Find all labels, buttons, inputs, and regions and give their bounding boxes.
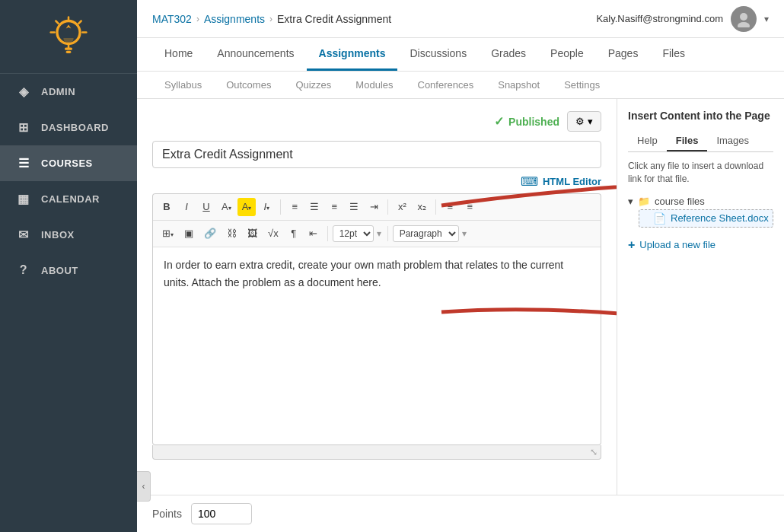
- sidebar-item-admin[interactable]: ◈ ADMIN: [0, 74, 137, 110]
- html-editor-link[interactable]: ⌨ HTML Editor: [152, 174, 601, 189]
- published-label: Published: [508, 116, 559, 128]
- toolbar-row-2: ⊞▾ ▣ 🔗 ⛓ 🖼 √x ¶ ⇤ 12pt 10pt 14pt 16pt: [153, 221, 601, 247]
- tab-assignments[interactable]: Assignments: [307, 38, 398, 71]
- right-panel: Insert Content into the Page Help Files …: [617, 99, 784, 495]
- folder-label: course files: [655, 196, 705, 207]
- folder-arrow-icon: ▾: [628, 196, 633, 207]
- points-row: Points: [137, 495, 784, 532]
- right-panel-tabs: Help Files Images: [628, 131, 773, 152]
- settings-arrow-icon: ▾: [588, 116, 593, 127]
- font-style-button[interactable]: I▾: [257, 197, 276, 217]
- svg-line-3: [56, 21, 58, 24]
- assignment-title-input[interactable]: [152, 141, 601, 168]
- subtab-modules[interactable]: Modules: [343, 72, 405, 98]
- breadcrumb-section[interactable]: Assignments: [204, 13, 265, 25]
- check-icon: ✓: [494, 114, 504, 129]
- logo-container: [0, 0, 137, 74]
- toolbar-sep-5: [387, 226, 388, 241]
- admin-icon: ◈: [15, 84, 32, 99]
- plus-icon: +: [628, 238, 635, 252]
- bullet-list-button[interactable]: ≡: [441, 197, 459, 217]
- rp-tab-files[interactable]: Files: [667, 131, 708, 151]
- tab-announcements[interactable]: Announcements: [205, 38, 306, 71]
- breadcrumb-course[interactable]: MAT302: [152, 13, 192, 25]
- superscript-button[interactable]: x²: [393, 197, 411, 217]
- font-color-button[interactable]: A▾: [217, 197, 236, 217]
- inbox-icon: ✉: [15, 228, 32, 242]
- align-center-button[interactable]: ☰: [305, 197, 323, 217]
- media-button[interactable]: ▣: [180, 224, 198, 244]
- settings-button[interactable]: ⚙ ▾: [567, 111, 601, 132]
- bold-button[interactable]: B: [158, 197, 176, 217]
- rp-tab-help[interactable]: Help: [628, 131, 667, 151]
- image-button[interactable]: 🖼: [243, 224, 262, 244]
- about-icon: ?: [15, 263, 32, 277]
- align-left-button[interactable]: ≡: [285, 197, 304, 217]
- font-size-select[interactable]: 12pt 10pt 14pt 16pt: [333, 225, 374, 242]
- subtab-quizzes[interactable]: Quizzes: [283, 72, 343, 98]
- subtab-snapshot[interactable]: Snapshot: [486, 72, 552, 98]
- breadcrumb: MAT302 › Assignments › Extra Credit Assi…: [152, 13, 391, 25]
- svg-rect-8: [66, 51, 72, 53]
- subtab-settings[interactable]: Settings: [552, 72, 612, 98]
- underline-button[interactable]: U: [197, 197, 215, 217]
- sidebar-item-about[interactable]: ? ABOUT: [0, 253, 137, 288]
- upload-new-file-link[interactable]: + Upload a new file: [628, 235, 773, 255]
- table-button[interactable]: ⊞▾: [158, 224, 178, 244]
- tab-files[interactable]: Files: [650, 38, 697, 71]
- calendar-icon: ▦: [15, 192, 32, 206]
- format-divider: ▾: [461, 228, 468, 239]
- file-tree: ▾ 📁 course files 📄 Reference Sheet.docx: [628, 193, 773, 228]
- editor-body-text: In order to earn extra credit, create yo…: [164, 259, 563, 288]
- breadcrumb-sep-1: ›: [196, 14, 199, 24]
- publish-toolbar: ✓ Published ⚙ ▾: [152, 111, 601, 132]
- right-panel-title: Insert Content into the Page: [628, 110, 773, 122]
- dashboard-icon: ⊞: [15, 120, 32, 135]
- avatar: [731, 6, 757, 32]
- toolbar-row-1: B I U A▾ A▾ I▾ ≡ ☰ ≡ ☰ ⇥ x² x₂ ≡: [153, 194, 601, 221]
- svg-line-4: [78, 21, 81, 24]
- sidebar-item-courses[interactable]: ☰ COURSES: [0, 145, 137, 181]
- paragraph-mark-button[interactable]: ¶: [285, 224, 303, 244]
- unlink-button[interactable]: ⛓: [222, 224, 241, 244]
- justify-button[interactable]: ☰: [345, 197, 363, 217]
- subtab-outcomes[interactable]: Outcomes: [214, 72, 283, 98]
- editor-body[interactable]: In order to earn extra credit, create yo…: [152, 247, 601, 445]
- content-area: ✓ Published ⚙ ▾ ⌨ HTML Editor B I: [137, 99, 784, 495]
- italic-button[interactable]: I: [177, 197, 196, 217]
- published-badge: ✓ Published: [494, 114, 559, 129]
- user-email: Kaly.Nasiff@strongmind.com: [596, 13, 723, 24]
- sidebar-item-dashboard[interactable]: ⊞ DASHBOARD: [0, 110, 137, 145]
- top-bar: MAT302 › Assignments › Extra Credit Assi…: [137, 0, 784, 38]
- ordered-list-button[interactable]: ≡: [461, 197, 479, 217]
- tab-discussions[interactable]: Discussions: [397, 38, 479, 71]
- subtab-syllabus[interactable]: Syllabus: [152, 72, 214, 98]
- resize-handle[interactable]: ⤡: [152, 445, 601, 460]
- sub-tabs: Syllabus Outcomes Quizzes Modules Confer…: [137, 72, 784, 99]
- file-item-reference-sheet[interactable]: 📄 Reference Sheet.docx: [639, 209, 773, 228]
- points-input[interactable]: [191, 503, 252, 524]
- course-files-folder[interactable]: ▾ 📁 course files: [628, 193, 773, 209]
- link-button[interactable]: 🔗: [199, 224, 221, 244]
- sidebar-item-calendar[interactable]: ▦ CALENDAR: [0, 181, 137, 217]
- tab-people[interactable]: People: [538, 38, 596, 71]
- user-info[interactable]: Kaly.Nasiff@strongmind.com ▾: [596, 6, 769, 32]
- equation-button[interactable]: √x: [263, 224, 283, 244]
- highlight-button[interactable]: A▾: [237, 198, 257, 216]
- subtab-conferences[interactable]: Conferences: [406, 72, 486, 98]
- sidebar-nav: ◈ ADMIN ⊞ DASHBOARD ☰ COURSES ▦ CALENDAR…: [0, 74, 137, 532]
- editor-toolbar: B I U A▾ A▾ I▾ ≡ ☰ ≡ ☰ ⇥ x² x₂ ≡: [152, 193, 601, 247]
- indent-button[interactable]: ⇥: [365, 197, 383, 217]
- align-right-button[interactable]: ≡: [325, 197, 343, 217]
- format-select[interactable]: Paragraph Heading 1 Heading 2: [393, 225, 459, 242]
- sidebar-collapse-button[interactable]: ‹: [137, 471, 151, 502]
- main-content: MAT302 › Assignments › Extra Credit Assi…: [137, 0, 784, 532]
- tab-home[interactable]: Home: [152, 38, 205, 71]
- rp-tab-images[interactable]: Images: [707, 131, 758, 151]
- tab-grades[interactable]: Grades: [479, 38, 538, 71]
- outdent-button[interactable]: ⇤: [304, 224, 323, 244]
- svg-point-10: [738, 22, 750, 27]
- tab-pages[interactable]: Pages: [596, 38, 651, 71]
- subscript-button[interactable]: x₂: [413, 197, 431, 217]
- sidebar-item-inbox[interactable]: ✉ INBOX: [0, 217, 137, 253]
